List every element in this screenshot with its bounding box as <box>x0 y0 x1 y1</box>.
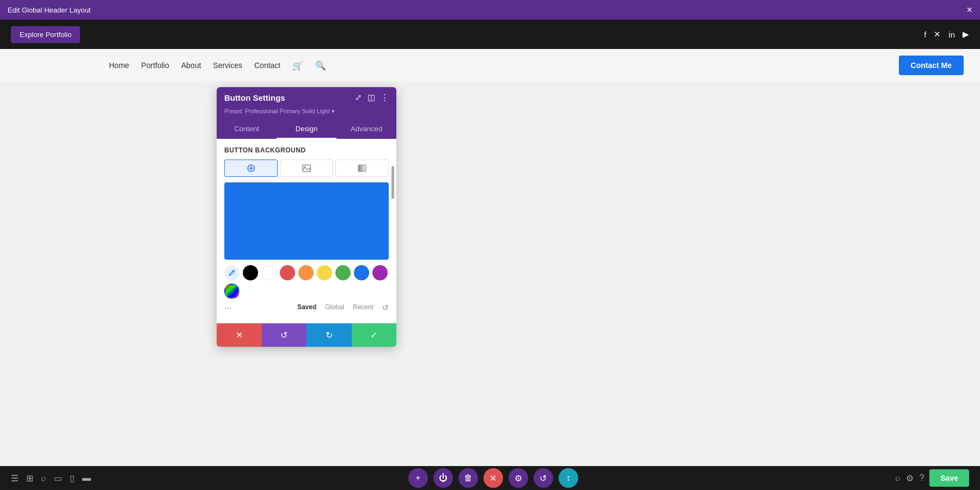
image-icon <box>302 164 311 173</box>
svg-line-4 <box>232 271 234 272</box>
gear-bottom-icon[interactable]: ⚙ <box>906 473 914 483</box>
eyedropper-icon <box>228 269 236 277</box>
panel-tabs: Content Design Advanced <box>217 120 396 139</box>
more-icon[interactable]: ⋮ <box>381 93 389 102</box>
explore-portfolio-button[interactable]: Explore Portfolio <box>11 26 80 43</box>
undo-button[interactable]: ↺ <box>262 323 307 347</box>
save-button[interactable]: Save <box>929 469 969 487</box>
search-bottom-icon[interactable]: ⌕ <box>895 473 901 483</box>
nav-about[interactable]: About <box>181 61 201 70</box>
panel-footer: ✕ ↺ ↻ ✓ <box>217 323 396 347</box>
facebook-icon[interactable]: f <box>924 30 926 39</box>
gradient-icon <box>358 164 366 173</box>
grid-icon[interactable]: ⊞ <box>26 473 33 483</box>
bottom-toolbar: ☰ ⊞ ⌕ ▭ ▯ ▬ + ⏻ 🗑 ✕ ⚙ ↺ ↕ ⌕ ⚙ ? Save <box>0 466 980 490</box>
swatch-green[interactable] <box>335 265 351 280</box>
bg-type-gradient-btn[interactable] <box>335 160 389 177</box>
svg-rect-3 <box>358 165 366 171</box>
panel-title: Button Settings <box>224 93 285 102</box>
cancel-button[interactable]: ✕ <box>217 323 262 347</box>
dots-button[interactable]: ··· <box>224 303 231 313</box>
split-icon[interactable]: ◫ <box>367 93 375 102</box>
panel-header: Button Settings ⤢ ◫ ⋮ <box>217 87 396 106</box>
color-picker-area[interactable] <box>224 182 389 260</box>
search-icon[interactable]: 🔍 <box>315 60 326 71</box>
linkedin-icon[interactable]: in <box>948 30 955 39</box>
color-tab-saved[interactable]: Saved <box>297 303 316 313</box>
tablet-icon[interactable]: ▭ <box>54 473 62 483</box>
menu-icon[interactable]: ☰ <box>11 473 19 483</box>
add-button[interactable]: + <box>408 468 428 488</box>
youtube-icon[interactable]: ▶ <box>963 29 969 39</box>
bottom-center-controls: + ⏻ 🗑 ✕ ⚙ ↺ ↕ <box>408 468 578 488</box>
tab-advanced[interactable]: Advanced <box>336 120 396 139</box>
power-button[interactable]: ⏻ <box>433 468 453 488</box>
svg-rect-1 <box>303 165 310 171</box>
close-icon[interactable]: × <box>966 4 972 16</box>
social-icons-group: f ✕ in ▶ <box>924 29 969 39</box>
color-swatches <box>224 265 389 299</box>
bottom-left-controls: ☰ ⊞ ⌕ ▭ ▯ ▬ <box>11 473 91 483</box>
editor-bar: Edit Global Header Layout × <box>0 0 980 20</box>
bg-type-image-btn[interactable] <box>280 160 333 177</box>
refresh-icon[interactable]: ↺ <box>382 303 389 313</box>
button-settings-panel: Button Settings ⤢ ◫ ⋮ Preset: Profession… <box>217 87 396 347</box>
main-area: Button Settings ⤢ ◫ ⋮ Preset: Profession… <box>0 82 980 466</box>
contact-me-button[interactable]: Contact Me <box>899 56 964 75</box>
swatch-red[interactable] <box>280 265 295 280</box>
mobile-icon[interactable]: ▯ <box>70 473 75 483</box>
nav-bar: Home Portfolio About Services Contact 🛒 … <box>0 49 980 82</box>
nav-links: Home Portfolio About Services Contact 🛒 … <box>109 60 326 71</box>
confirm-button[interactable]: ✓ <box>352 323 397 347</box>
history-button[interactable]: ↺ <box>534 468 553 488</box>
nav-services[interactable]: Services <box>213 61 242 70</box>
swatch-purple[interactable] <box>372 265 388 280</box>
settings-button[interactable]: ⚙ <box>509 468 528 488</box>
color-tab-recent[interactable]: Recent <box>353 303 373 313</box>
bg-type-row <box>224 160 389 177</box>
bg-type-color-btn[interactable] <box>224 160 278 177</box>
scrollbar[interactable] <box>391 166 394 199</box>
nav-portfolio[interactable]: Portfolio <box>141 61 169 70</box>
tab-design[interactable]: Design <box>277 120 336 139</box>
delete-button[interactable]: 🗑 <box>458 468 478 488</box>
panel-preset-text[interactable]: Preset: Professional Primary Solid Light… <box>224 108 335 114</box>
twitter-icon[interactable]: ✕ <box>934 29 941 39</box>
panel-body: Button Background <box>217 139 396 323</box>
bottom-right-controls: ⌕ ⚙ ? Save <box>895 469 969 487</box>
swatch-yellow[interactable] <box>317 265 332 280</box>
search-bar-icon[interactable]: ⌕ <box>41 473 46 483</box>
swatch-custom[interactable] <box>224 284 240 299</box>
close-button[interactable]: ✕ <box>483 468 503 488</box>
nav-home[interactable]: Home <box>109 61 129 70</box>
panel-header-icons: ⤢ ◫ ⋮ <box>355 93 389 102</box>
eyedropper-button[interactable] <box>224 265 240 280</box>
stats-button[interactable]: ↕ <box>559 468 578 488</box>
swatch-blue[interactable] <box>354 265 369 280</box>
tab-content[interactable]: Content <box>217 120 277 139</box>
editor-title: Edit Global Header Layout <box>8 6 90 14</box>
swatch-black[interactable] <box>243 265 258 280</box>
color-tab-global[interactable]: Global <box>325 303 344 313</box>
swatch-orange[interactable] <box>298 265 314 280</box>
help-icon[interactable]: ? <box>919 473 924 483</box>
panel-preset-area: Preset: Professional Primary Solid Light… <box>217 106 396 120</box>
cart-icon[interactable]: 🛒 <box>292 60 303 71</box>
section-label: Button Background <box>224 146 389 154</box>
fullscreen-icon[interactable]: ⤢ <box>355 93 362 102</box>
swatch-white[interactable] <box>261 265 277 280</box>
color-tabs: ··· Saved Global Recent ↺ <box>224 303 389 315</box>
redo-button[interactable]: ↻ <box>307 323 352 347</box>
header-preview: Explore Portfolio f ✕ in ▶ <box>0 20 980 49</box>
nav-contact[interactable]: Contact <box>254 61 280 70</box>
color-dropper-icon <box>247 164 255 173</box>
desktop-icon[interactable]: ▬ <box>82 473 91 483</box>
